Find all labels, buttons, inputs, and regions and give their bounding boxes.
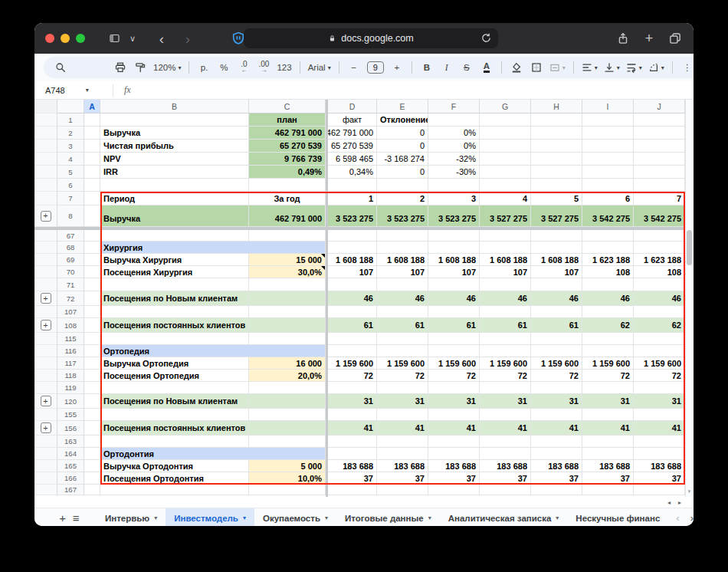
cell-F71[interactable]	[428, 278, 480, 291]
cell-J166[interactable]: 37	[634, 472, 685, 485]
cell-B68[interactable]: Хирургия	[100, 242, 326, 254]
scroll-down-icon[interactable]: ▾	[685, 486, 694, 497]
column-header-G[interactable]: G	[480, 100, 531, 113]
cell-H117[interactable]: 1 159 600	[531, 357, 582, 370]
row-header-7[interactable]: 7	[57, 192, 84, 205]
decrease-decimals-button[interactable]: .0←	[234, 58, 253, 77]
cell-H116[interactable]	[531, 345, 582, 357]
cell-A116[interactable]	[84, 345, 100, 357]
more-button[interactable]: ⋮	[678, 58, 694, 77]
forward-button[interactable]: ›	[179, 29, 197, 48]
cell-G115[interactable]	[480, 333, 531, 345]
cell-H8[interactable]: 3 527 275	[531, 205, 582, 227]
cell-G1[interactable]	[480, 113, 531, 127]
cell-I163[interactable]	[582, 436, 634, 448]
cell-H72[interactable]: 46	[531, 291, 582, 306]
cell-B7[interactable]: Период	[100, 192, 249, 205]
sheet-tab-итоговые-данные[interactable]: Итоговые данные▾	[336, 508, 440, 527]
cell-C67[interactable]	[249, 230, 326, 242]
cell-C8[interactable]: 462 791 000	[249, 205, 326, 227]
cell-D1[interactable]: факт	[328, 113, 377, 127]
font-select[interactable]: Arial▾	[306, 58, 333, 77]
cell-G156[interactable]: 41	[480, 421, 531, 436]
cell-A107[interactable]	[84, 306, 100, 318]
cell-E107[interactable]	[377, 306, 428, 318]
sheet-tab-интервью[interactable]: Интервью▾	[97, 508, 166, 527]
column-header-J[interactable]: J	[634, 100, 685, 113]
cell-J167[interactable]	[634, 485, 685, 495]
cell-C163[interactable]	[249, 436, 326, 448]
print-button[interactable]	[111, 58, 130, 77]
row-header-118[interactable]: 118	[57, 370, 84, 382]
cell-C156[interactable]	[249, 421, 326, 436]
tabs-scroll-right-icon[interactable]: ›	[690, 512, 694, 524]
cell-J68[interactable]	[634, 242, 685, 254]
row-header-1[interactable]: 1	[57, 113, 84, 127]
row-header-155[interactable]: 155	[57, 409, 84, 421]
cell-G71[interactable]	[480, 278, 531, 291]
row-header-5[interactable]: 5	[57, 166, 84, 179]
vertical-scrollbar-thumb[interactable]	[687, 230, 692, 265]
cell-J5[interactable]	[634, 166, 685, 179]
cell-D164[interactable]	[328, 448, 377, 460]
zoom-select[interactable]: 120%▾	[151, 58, 183, 77]
cell-I107[interactable]	[582, 306, 634, 318]
row-header-163[interactable]: 163	[57, 436, 84, 448]
cell-D67[interactable]	[328, 230, 377, 242]
cell-C108[interactable]	[249, 318, 326, 333]
cell-J72[interactable]: 46	[634, 291, 685, 306]
cell-B1[interactable]	[100, 113, 249, 127]
merge-cells-button[interactable]: ▾	[547, 58, 568, 77]
column-header-H[interactable]: H	[531, 100, 582, 113]
cell-E156[interactable]: 41	[377, 421, 428, 436]
cell-I6[interactable]	[582, 179, 634, 192]
cell-J156[interactable]: 41	[634, 421, 685, 436]
cell-A6[interactable]	[84, 179, 100, 192]
cell-I67[interactable]	[582, 230, 634, 242]
cell-B69[interactable]: Выручка Хирургия	[100, 254, 249, 266]
cell-J70[interactable]: 108	[634, 266, 685, 278]
cell-C119[interactable]	[249, 382, 326, 394]
cell-A117[interactable]	[84, 357, 100, 370]
cell-B6[interactable]	[100, 179, 249, 192]
cell-B67[interactable]	[100, 230, 249, 242]
cell-C6[interactable]	[249, 179, 326, 192]
row-group-expand-button[interactable]: +	[41, 211, 51, 222]
cell-H118[interactable]: 72	[531, 370, 582, 382]
cell-I8[interactable]: 3 542 275	[582, 205, 634, 227]
cell-I156[interactable]: 41	[582, 421, 634, 436]
fill-color-button[interactable]	[507, 58, 526, 77]
cell-A5[interactable]	[84, 166, 100, 179]
cell-E6[interactable]	[377, 179, 428, 192]
cell-J71[interactable]	[634, 278, 685, 291]
cell-E67[interactable]	[377, 230, 428, 242]
row-header-115[interactable]: 115	[57, 333, 84, 345]
cell-G72[interactable]: 46	[480, 291, 531, 306]
cell-I166[interactable]: 37	[582, 472, 634, 485]
cell-B4[interactable]: NPV	[100, 153, 249, 166]
row-header-4[interactable]: 4	[57, 153, 84, 166]
cell-D118[interactable]: 72	[328, 370, 377, 382]
row-header-2[interactable]: 2	[57, 127, 84, 140]
font-size-increase-button[interactable]: +	[388, 58, 406, 77]
cell-E163[interactable]	[377, 436, 428, 448]
cell-E165[interactable]: 183 688	[377, 460, 428, 472]
cell-E166[interactable]: 37	[377, 472, 428, 485]
cell-J163[interactable]	[634, 436, 685, 448]
cell-H167[interactable]	[531, 485, 582, 495]
cell-I119[interactable]	[582, 382, 634, 394]
row-header-165[interactable]: 165	[57, 460, 84, 472]
chevron-down-icon[interactable]: ∨	[123, 29, 142, 48]
cell-I167[interactable]	[582, 485, 634, 495]
cell-B71[interactable]	[100, 278, 249, 291]
cell-F108[interactable]: 61	[428, 318, 480, 333]
cell-E115[interactable]	[377, 333, 428, 345]
share-icon[interactable]	[614, 29, 632, 48]
cell-B165[interactable]: Выручка Ортодонтия	[100, 460, 249, 472]
column-header-F[interactable]: F	[428, 100, 480, 113]
cell-A8[interactable]	[84, 205, 100, 227]
row-group-expand-button[interactable]: +	[41, 396, 51, 406]
cell-H119[interactable]	[531, 382, 582, 394]
cell-C166[interactable]: 10,0%	[249, 472, 326, 485]
cell-J7[interactable]: 7	[634, 192, 685, 205]
